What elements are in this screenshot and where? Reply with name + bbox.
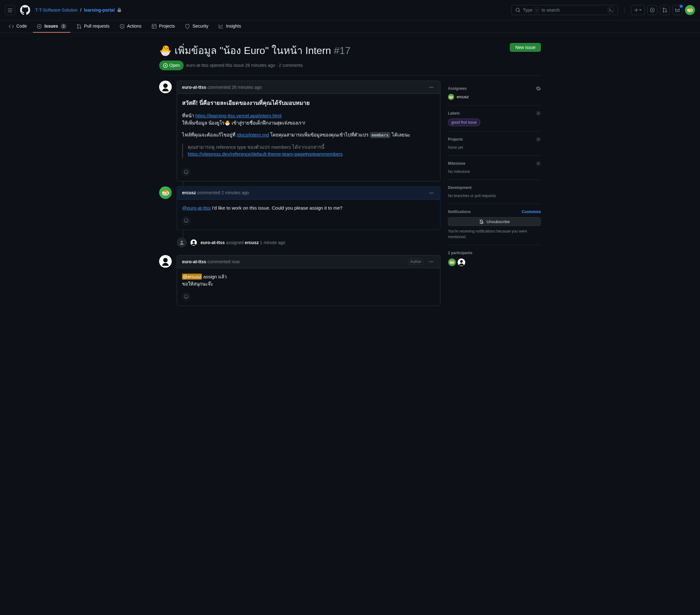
breadcrumb: T-T-Software-Solution / learning-portal — [35, 7, 122, 13]
svg-point-16 — [163, 84, 167, 88]
event-target-link[interactable]: ercusz — [245, 240, 259, 245]
author-badge: Author — [408, 258, 424, 265]
svg-point-27 — [185, 220, 186, 221]
comment-menu-button[interactable] — [427, 84, 435, 91]
avatar[interactable]: 🍮 — [448, 94, 454, 100]
customize-link[interactable]: Customize — [522, 209, 541, 215]
issues-global-icon[interactable] — [647, 5, 657, 15]
issue-meta: euro-at-ttss opened this issue 26 minute… — [186, 62, 303, 69]
user-avatar[interactable]: 🍮 — [685, 5, 695, 15]
gear-icon[interactable] — [536, 137, 541, 142]
svg-point-7 — [39, 26, 40, 27]
svg-point-33 — [163, 258, 167, 262]
svg-point-28 — [187, 220, 187, 221]
add-reaction-button[interactable] — [182, 292, 190, 300]
link[interactable]: https://learning-ttss.vercel.app/intern.… — [195, 113, 281, 118]
add-reaction-button[interactable] — [182, 168, 190, 176]
issue-sidebar: Assignees 🍮 ercusz Labels — [448, 81, 541, 311]
comment-menu-button[interactable] — [427, 189, 435, 197]
svg-point-2 — [652, 10, 653, 11]
new-issue-button[interactable]: New issue — [510, 43, 541, 52]
issue-header: 🐣 เพิ่มข้อมูล "น้อง Euro" ในหน้า Intern … — [159, 38, 541, 76]
tab-pull-requests[interactable]: Pull requests — [73, 21, 113, 33]
svg-point-23 — [429, 192, 430, 193]
notification-dot-icon — [679, 5, 683, 8]
comment-author-link[interactable]: ercusz — [182, 190, 196, 196]
search-icon — [515, 8, 521, 13]
link[interactable]: /docs/intern.md — [237, 132, 269, 138]
svg-point-14 — [165, 65, 166, 66]
comment: 🍮 ercusz commented 2 minutes ago @euro-a… — [159, 187, 440, 230]
avatar[interactable] — [159, 81, 172, 93]
issue-author-link[interactable]: euro-at-ttss — [186, 63, 209, 68]
label-chip[interactable]: good first issue — [448, 119, 480, 126]
avatar[interactable] — [190, 240, 197, 246]
tab-actions[interactable]: Actions — [116, 21, 145, 33]
comment: euro-at-ttss commented 26 minutes ago สว… — [159, 81, 440, 181]
svg-point-9 — [77, 27, 78, 28]
comment-menu-button[interactable] — [427, 258, 435, 266]
participant-avatar[interactable]: 🍮 — [448, 258, 456, 266]
svg-point-24 — [431, 192, 432, 193]
sidebar-label: Development — [448, 185, 472, 191]
svg-point-29 — [181, 241, 183, 243]
participant-avatar[interactable] — [457, 258, 465, 266]
sidebar-label: Projects — [448, 137, 463, 142]
event-actor-link[interactable]: euro-at-ttss — [201, 240, 225, 245]
tab-projects[interactable]: Projects — [148, 21, 179, 33]
avatar[interactable]: 🍮 — [159, 187, 172, 199]
tab-issues[interactable]: Issues 3 — [33, 21, 70, 33]
tab-code[interactable]: Code — [5, 21, 30, 33]
search-input[interactable]: Type / to search — [511, 5, 618, 15]
svg-point-39 — [187, 296, 187, 296]
svg-point-18 — [431, 87, 432, 88]
svg-point-8 — [77, 24, 78, 25]
svg-point-38 — [185, 296, 186, 296]
person-icon — [177, 238, 187, 247]
tab-security[interactable]: Security — [181, 21, 212, 33]
link[interactable]: https://vitepress.dev/reference/default-… — [188, 151, 343, 157]
unsubscribe-button[interactable]: Unsubscribe — [448, 217, 541, 226]
gear-icon[interactable] — [536, 111, 541, 116]
sidebar-label: Labels — [448, 111, 460, 116]
svg-point-31 — [193, 241, 195, 243]
svg-point-10 — [80, 27, 81, 28]
bell-slash-icon — [479, 219, 484, 224]
svg-point-42 — [538, 163, 539, 164]
mention-link[interactable]: @euro-at-ttss — [182, 205, 211, 210]
add-reaction-button[interactable] — [182, 217, 190, 225]
svg-point-25 — [433, 192, 434, 193]
org-link[interactable]: T-T-Software-Solution — [35, 7, 77, 13]
hamburger-menu-button[interactable] — [5, 5, 15, 15]
pull-requests-global-icon[interactable] — [660, 5, 670, 15]
issue-title: 🐣 เพิ่มข้อมูล "น้อง Euro" ในหน้า Intern … — [159, 43, 505, 58]
comment: euro-at-ttss commented now Author @ercus… — [159, 255, 440, 306]
assignee-link[interactable]: ercusz — [457, 94, 468, 100]
sidebar-label: 2 participants — [448, 250, 472, 256]
create-new-button[interactable] — [631, 5, 645, 15]
mention-link[interactable]: @ercusz — [182, 273, 202, 280]
app-header: T-T-Software-Solution / learning-portal … — [0, 0, 700, 21]
github-logo-icon[interactable] — [20, 5, 30, 15]
lock-icon — [117, 8, 122, 12]
gear-icon[interactable] — [536, 86, 541, 91]
sidebar-label: Milestone — [448, 161, 465, 166]
comment-author-link[interactable]: euro-at-ttss — [182, 84, 206, 91]
tab-insights[interactable]: Insights — [215, 21, 245, 33]
svg-point-40 — [538, 113, 539, 114]
avatar[interactable] — [159, 255, 172, 268]
comment-author-link[interactable]: euro-at-ttss — [182, 258, 206, 265]
svg-point-34 — [429, 261, 430, 262]
svg-point-4 — [663, 11, 664, 12]
notifications-button[interactable] — [672, 5, 683, 15]
svg-point-17 — [429, 87, 430, 88]
command-palette-icon[interactable] — [608, 7, 614, 13]
issue-state-badge: Open — [159, 61, 184, 70]
svg-point-35 — [431, 261, 432, 262]
gear-icon[interactable] — [536, 161, 541, 166]
timeline-event: euro-at-ttss assigned ercusz 1 minute ag… — [159, 235, 440, 250]
repo-nav: Code Issues 3 Pull requests Actions Proj… — [0, 21, 700, 33]
svg-point-5 — [665, 11, 667, 12]
repo-link[interactable]: learning-portal — [84, 7, 115, 13]
comment-heading: สวัสดี! นี่คือรายละเอียดของงานที่คุณได้ร… — [182, 99, 435, 107]
